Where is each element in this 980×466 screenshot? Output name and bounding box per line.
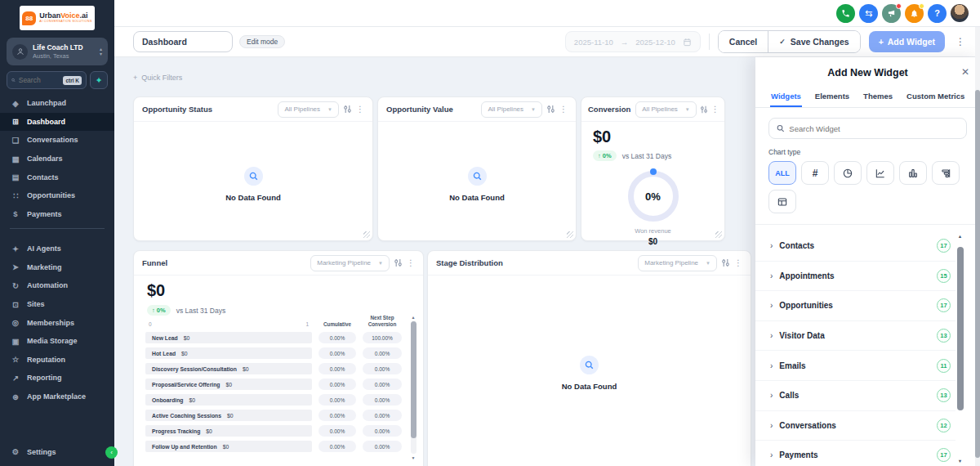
sidebar-nav-secondary: ✦AI Agents ➤Marketing ↻Automation ⊡Sites… [0,240,114,406]
chart-type-pie-button[interactable] [834,161,862,185]
pipeline-select[interactable]: All Pipelines▼ [278,101,339,118]
page-scrollbar[interactable] [975,27,980,466]
scrollbar-thumb[interactable] [975,90,980,458]
quick-actions-icon[interactable]: ⇆ [859,4,878,23]
widget-menu-icon[interactable]: ⋮ [407,258,415,267]
widget-category-row[interactable]: › Calls 13 [755,381,956,411]
sidebar-item-calendars[interactable]: ▦Calendars [0,150,114,168]
dashboard-title-input[interactable] [133,31,233,52]
funnel-row: Active Coaching Sessions$0 0.00% 0.00% [145,410,403,421]
help-icon[interactable]: ? [928,4,947,23]
date-range-picker[interactable]: 2025-11-10 → 2025-12-10 [565,31,701,52]
widget-menu-icon[interactable]: ⋮ [711,105,719,114]
scroll-up-icon[interactable]: ▲ [412,315,416,320]
brand-name: UrbanVoice.ai [39,12,92,20]
pipeline-select[interactable]: Marketing Pipeline▼ [638,255,717,271]
filter-icon[interactable] [546,105,555,114]
payments-icon: $ [11,209,20,218]
widget-category-row[interactable]: › Appointments 15 [755,262,956,292]
sidebar-item-marketing[interactable]: ➤Marketing [0,258,114,277]
widget-category-row[interactable]: › Emails 11 [755,351,956,381]
widget-category-row[interactable]: › Opportunities 17 [755,291,956,321]
sidebar-item-sites[interactable]: ⊡Sites [0,295,114,314]
sidebar-item-conversations[interactable]: ❏Conversations [0,131,114,150]
sidebar-item-memberships[interactable]: ◎Memberships [0,313,114,332]
sidebar-item-contacts[interactable]: ▤Contacts [0,168,114,186]
tab-themes[interactable]: Themes [862,92,893,107]
panel-title: Add New Widget [755,67,980,78]
widget-category-row[interactable]: › Conversations 12 [755,411,956,441]
filter-icon[interactable] [700,105,708,114]
filter-icon[interactable] [394,258,403,267]
tab-custom-metrics[interactable]: Custom Metrics [906,92,965,107]
announcements-megaphone-icon[interactable] [882,4,901,23]
sidebar-item-app-marketplace[interactable]: ⊛App Marketplace [0,388,114,406]
sidebar-search-input[interactable] [19,76,60,84]
ai-assistant-button[interactable]: ✦ [90,71,108,89]
close-icon[interactable]: ✕ [961,66,969,78]
chart-type-all-button[interactable]: ALL [768,161,796,185]
funnel-stage-bar: Follow Up and Retention$0 [145,441,312,452]
pipeline-select[interactable]: All Pipelines▼ [635,101,697,118]
edit-mode-badge: Edit mode [239,35,285,48]
widget-category-row[interactable]: › Contacts 17 [755,231,956,262]
scroll-up-icon[interactable]: ▲ [958,234,962,239]
sidebar-item-ai-agents[interactable]: ✦AI Agents [0,240,114,258]
scrollbar-thumb[interactable] [411,321,416,438]
category-list-scrollbar[interactable]: ▲ ▼ [956,234,964,464]
quick-filters-toggle[interactable]: + Quick Filters [133,74,182,82]
brand-logo: 88 UrbanVoice.ai AI CONVERSATION SOLUTIO… [20,6,95,30]
donut-marker [650,168,657,175]
sidebar-search[interactable]: ctrl K [7,71,87,89]
sidebar-item-settings[interactable]: ⚙Settings [0,442,114,461]
widget-category-row[interactable]: › Payments 17 [755,441,956,466]
sidebar-item-opportunities[interactable]: ∷Opportunities [0,186,114,205]
funnel-next-step-cell: 0.00% [363,363,402,374]
column-header-cumulative: Cumulative [318,321,356,328]
scrollbar-thumb[interactable] [957,247,964,410]
widget-menu-icon[interactable]: ⋮ [559,105,568,114]
tab-widgets[interactable]: Widgets [770,92,802,107]
scroll-down-icon[interactable]: ▼ [958,459,962,464]
widget-category-row[interactable]: › Visitor Data 13 [755,321,956,352]
pipeline-select[interactable]: Marketing Pipeline▼ [310,255,390,271]
sidebar-collapse-button[interactable]: ‹ [105,446,118,459]
funnel-scrollbar[interactable]: ▲ ▼ [410,315,416,460]
notifications-bell-icon[interactable] [905,4,924,23]
chart-type-number-button[interactable]: # [801,161,829,185]
sidebar-item-payments[interactable]: $Payments [0,205,114,224]
chart-type-bar-button[interactable] [899,161,927,185]
account-switcher[interactable]: Life Coach LTD Austin, Texas ▴▾ [7,38,108,65]
cancel-button[interactable]: Cancel [719,31,768,52]
user-avatar[interactable] [951,4,969,22]
widget-title: Conversion [588,105,630,114]
funnel-row: Proposal/Service Offering$0 0.00% 0.00% [145,379,403,390]
widget-search-input[interactable] [789,124,959,133]
sidebar-item-dashboard[interactable]: ⊞Dashboard [0,113,114,132]
sidebar-item-launchpad[interactable]: ◈Launchpad [0,94,114,113]
chart-type-table-button[interactable] [768,190,796,213]
widget-menu-icon[interactable]: ⋮ [734,258,742,267]
panel-divider [755,224,980,225]
pipeline-select[interactable]: All Pipelines▼ [481,101,542,118]
filter-icon[interactable] [343,105,352,114]
sidebar-item-media-storage[interactable]: ▣Media Storage [0,332,114,351]
funnel-cumulative-cell: 0.00% [318,441,356,452]
save-changes-button[interactable]: ✓Save Changes [768,31,859,52]
funnel-next-step-cell: 0.00% [363,410,402,421]
widget-search[interactable] [768,118,967,139]
sidebar-item-reporting[interactable]: ↗Reporting [0,369,114,388]
chart-type-horizontal-bar-button[interactable] [932,161,960,185]
more-options-icon[interactable]: ⋮ [953,36,968,47]
filter-icon[interactable] [721,258,730,267]
tab-elements[interactable]: Elements [814,92,850,107]
sidebar-item-reputation[interactable]: ☆Reputation [0,351,114,370]
chevron-down-icon: ▼ [531,107,536,112]
media-storage-icon: ▣ [11,337,20,346]
chart-type-line-button[interactable] [866,161,894,185]
sidebar-item-automation[interactable]: ↻Automation [0,276,114,295]
scroll-down-icon[interactable]: ▼ [412,455,416,460]
widget-menu-icon[interactable]: ⋮ [356,105,364,114]
add-widget-button[interactable]: +Add Widget [869,31,945,52]
phone-icon[interactable] [836,4,855,23]
